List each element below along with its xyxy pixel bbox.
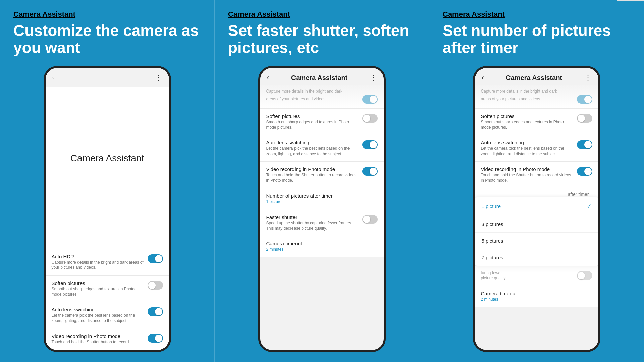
faded-text-2b: areas of your pictures and videos. bbox=[266, 96, 327, 102]
setting-title-faster-2: Faster shutter bbox=[266, 214, 359, 220]
setting-desc-auto-lens-2: Let the camera pick the best lens based … bbox=[266, 146, 359, 157]
setting-auto-lens-3: Auto lens switching Let the camera pick … bbox=[475, 135, 598, 162]
setting-desc-auto-lens-1: Let the camera pick the best lens based … bbox=[52, 313, 144, 323]
setting-auto-lens-1: Auto lens switching Let the camera pick … bbox=[46, 302, 169, 328]
setting-desc-auto-hdr: Capture more details in the bright and d… bbox=[52, 260, 144, 270]
setting-auto-lens-2: Auto lens switching Let the camera pick … bbox=[260, 135, 384, 162]
setting-desc-faster-cut: turing fewer bbox=[481, 270, 574, 276]
menu-dots-2[interactable]: ⋮ bbox=[370, 73, 377, 82]
setting-desc-soften-2: Smooth out sharp edges and textures in P… bbox=[266, 120, 359, 130]
phone-title-3: Camera Assistant bbox=[506, 74, 562, 82]
setting-desc-soften-1: Smooth out sharp edges and textures in P… bbox=[52, 287, 144, 297]
back-button-1[interactable]: ‹ bbox=[52, 75, 54, 81]
toggle-video-2[interactable] bbox=[362, 167, 378, 176]
setting-title-num-2: Number of pictures after timer bbox=[266, 193, 374, 199]
faded-text-3b: areas of your pictures and videos. bbox=[481, 96, 541, 102]
setting-title-soften-3: Soften pictures bbox=[481, 113, 574, 119]
setting-soften-1: Soften pictures Smooth out sharp edges a… bbox=[46, 276, 169, 302]
setting-auto-hdr: Auto HDR Capture more details in the bri… bbox=[46, 249, 169, 276]
toggle-soften-2[interactable] bbox=[362, 114, 378, 123]
setting-desc-soften-3: Smooth out sharp edges and textures in P… bbox=[481, 120, 574, 130]
setting-title-soften-2: Soften pictures bbox=[266, 113, 359, 119]
faded-text-3: Capture more details in the bright and d… bbox=[481, 88, 592, 94]
dropdown-item-7pictures[interactable]: 7 pictures bbox=[475, 249, 598, 266]
setting-title-auto-lens-2: Auto lens switching bbox=[266, 140, 359, 145]
toggle-faded-3[interactable] bbox=[577, 95, 592, 104]
dropdown-label: after timer bbox=[568, 192, 592, 197]
toggle-video-3[interactable] bbox=[577, 167, 592, 176]
toggle-video-1[interactable] bbox=[148, 334, 163, 343]
setting-desc-video-2: Touch and hold the Shutter button to rec… bbox=[266, 173, 359, 183]
toggle-faster-cut[interactable] bbox=[577, 271, 592, 280]
phone-header-1: ‹ ⋮ bbox=[46, 68, 169, 87]
setting-desc-faster-cut2: picture quality. bbox=[481, 276, 574, 281]
menu-dots-1[interactable]: ⋮ bbox=[155, 73, 162, 82]
app-label-3: Camera Assistant bbox=[443, 10, 630, 19]
dropdown-item-label-1: 1 picture bbox=[482, 203, 501, 209]
phone-mockup-2: ‹ Camera Assistant ⋮ Capture more detail… bbox=[258, 66, 386, 352]
dropdown-item-1picture[interactable]: 1 picture ✓ bbox=[475, 197, 598, 216]
setting-desc-video-3: Touch and hold the Shutter button to rec… bbox=[481, 173, 574, 183]
setting-camera-timeout-2[interactable]: Camera timeout 2 minutes bbox=[260, 236, 384, 257]
progress-fill bbox=[577, 0, 617, 1]
setting-title-video-3: Video recording in Photo mode bbox=[481, 166, 574, 172]
phone-header-3: ‹ Camera Assistant ⋮ bbox=[475, 68, 598, 85]
setting-title-timeout-3: Camera timeout bbox=[481, 291, 589, 296]
app-label-1: Camera Assistant bbox=[13, 10, 201, 19]
toggle-soften-1[interactable] bbox=[148, 281, 163, 290]
setting-title-auto-lens-3: Auto lens switching bbox=[481, 140, 574, 145]
panel-title-2: Set faster shutter, soften pictures, etc bbox=[228, 22, 416, 56]
settings-list-3: Capture more details in the bright and d… bbox=[475, 85, 598, 307]
setting-soften-3: Soften pictures Smooth out sharp edges a… bbox=[475, 109, 598, 135]
phone-main-content-1: Camera Assistant bbox=[46, 87, 169, 249]
setting-camera-timeout-3[interactable]: Camera timeout 2 minutes bbox=[475, 286, 598, 307]
setting-video-photo-1: Video recording in Photo mode Touch and … bbox=[46, 328, 169, 350]
toggle-auto-lens-2[interactable] bbox=[362, 140, 378, 149]
back-button-2[interactable]: ‹ bbox=[267, 73, 269, 82]
setting-num-pictures-2[interactable]: Number of pictures after timer 1 picture bbox=[260, 188, 384, 210]
setting-title-timeout-2: Camera timeout bbox=[266, 241, 374, 246]
phone-header-2: ‹ Camera Assistant ⋮ bbox=[260, 68, 384, 85]
menu-dots-3[interactable]: ⋮ bbox=[584, 73, 592, 82]
setting-title-soften-1: Soften pictures bbox=[52, 280, 144, 286]
panel-timer: Camera Assistant Set number of pictures … bbox=[429, 0, 644, 362]
setting-title-video-2: Video recording in Photo mode bbox=[266, 166, 359, 172]
toggle-faded-2[interactable] bbox=[362, 95, 378, 104]
dropdown-item-3pictures[interactable]: 3 pictures bbox=[475, 216, 598, 233]
progress-bar bbox=[577, 0, 644, 1]
dropdown-trigger-row[interactable]: after timer bbox=[475, 188, 598, 197]
setting-desc-timeout-3: 2 minutes bbox=[481, 297, 589, 302]
dropdown-item-label-2: 3 pictures bbox=[482, 221, 503, 227]
toggle-auto-lens-3[interactable] bbox=[577, 140, 592, 149]
toggle-auto-hdr[interactable] bbox=[148, 254, 163, 263]
setting-title-auto-hdr: Auto HDR bbox=[52, 254, 144, 259]
faded-text-2: Capture more details in the bright and d… bbox=[266, 88, 378, 94]
setting-desc-timeout-2: 2 minutes bbox=[266, 247, 374, 252]
setting-desc-video-1: Touch and hold the Shutter button to rec… bbox=[52, 340, 144, 345]
setting-video-photo-3: Video recording in Photo mode Touch and … bbox=[475, 162, 598, 188]
setting-title-auto-lens-1: Auto lens switching bbox=[52, 307, 144, 312]
setting-desc-faster-2: Speed up the shutter by capturing fewer … bbox=[266, 221, 359, 231]
camera-assistant-title: Camera Assistant bbox=[70, 153, 144, 164]
toggle-soften-3[interactable] bbox=[577, 114, 592, 123]
panel-title-1: Customize the camera as you want bbox=[13, 22, 201, 56]
dropdown-item-label-3: 5 pictures bbox=[482, 238, 503, 244]
back-button-3[interactable]: ‹ bbox=[482, 73, 484, 82]
panel-title-3: Set number of pictures after timer bbox=[443, 22, 630, 56]
toggle-faster-2[interactable] bbox=[362, 215, 378, 224]
setting-soften-2: Soften pictures Smooth out sharp edges a… bbox=[260, 109, 384, 135]
settings-list-1: Auto HDR Capture more details in the bri… bbox=[46, 249, 169, 350]
setting-faster-cut-3: turing fewer picture quality. bbox=[475, 266, 598, 286]
setting-video-photo-2: Video recording in Photo mode Touch and … bbox=[260, 162, 384, 188]
panel-customize: Camera Assistant Customize the camera as… bbox=[0, 0, 215, 362]
toggle-auto-lens-1[interactable] bbox=[148, 307, 163, 316]
dropdown-menu: 1 picture ✓ 3 pictures 5 pictures 7 pict… bbox=[475, 197, 598, 266]
phone-mockup-1: ‹ ⋮ Camera Assistant Auto HDR Capture mo… bbox=[44, 66, 171, 352]
setting-title-video-1: Video recording in Photo mode bbox=[52, 333, 144, 339]
phone-mockup-3: ‹ Camera Assistant ⋮ Capture more detail… bbox=[473, 66, 600, 352]
faded-top-2: Capture more details in the bright and d… bbox=[260, 85, 384, 109]
panel-shutter: Camera Assistant Set faster shutter, sof… bbox=[215, 0, 429, 362]
app-label-2: Camera Assistant bbox=[228, 10, 416, 19]
faded-top-3: Capture more details in the bright and d… bbox=[475, 85, 598, 109]
dropdown-item-5pictures[interactable]: 5 pictures bbox=[475, 233, 598, 249]
